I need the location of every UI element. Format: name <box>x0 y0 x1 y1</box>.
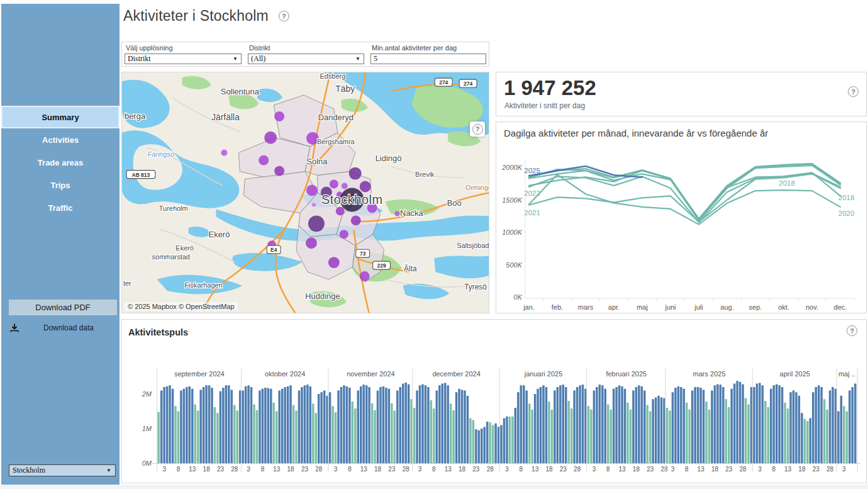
day-bar[interactable] <box>590 410 592 463</box>
day-bar[interactable] <box>756 384 758 464</box>
day-bar[interactable] <box>410 399 412 463</box>
day-bar[interactable] <box>166 386 168 463</box>
day-bar[interactable] <box>385 388 387 463</box>
day-bar[interactable] <box>810 419 811 464</box>
day-bar[interactable] <box>725 399 727 463</box>
day-bar[interactable] <box>475 429 477 463</box>
day-bar[interactable] <box>604 389 606 463</box>
stockholm-map[interactable]: 274274AB 813E473229 EdsbergSollentunaTäb… <box>122 72 489 313</box>
map-bubble[interactable] <box>360 181 371 193</box>
day-bar[interactable] <box>565 387 567 463</box>
day-bar[interactable] <box>674 388 676 463</box>
map-bubble[interactable] <box>395 211 400 216</box>
day-bar[interactable] <box>778 385 780 463</box>
day-bar[interactable] <box>315 413 317 463</box>
day-bar[interactable] <box>368 387 370 463</box>
day-bar[interactable] <box>472 420 474 463</box>
day-bar[interactable] <box>609 410 611 463</box>
day-bar[interactable] <box>498 427 499 463</box>
day-bar[interactable] <box>264 388 266 463</box>
kpi-help-icon[interactable]: ? <box>848 86 859 97</box>
day-bar[interactable] <box>733 384 735 464</box>
day-bar[interactable] <box>823 399 825 463</box>
day-bar[interactable] <box>427 387 429 463</box>
day-bar[interactable] <box>655 398 657 464</box>
day-bar[interactable] <box>404 383 406 463</box>
day-bar[interactable] <box>273 403 275 463</box>
map-bubble[interactable] <box>274 111 284 121</box>
day-bar[interactable] <box>767 407 769 463</box>
day-bar[interactable] <box>683 389 685 463</box>
day-bar[interactable] <box>739 382 741 463</box>
day-bar[interactable] <box>301 387 303 463</box>
map-help-button[interactable]: ? <box>470 121 485 137</box>
day-bar[interactable] <box>396 391 398 464</box>
day-bar[interactable] <box>576 387 578 463</box>
day-bar[interactable] <box>517 392 519 463</box>
day-bar[interactable] <box>253 405 255 464</box>
day-bar[interactable] <box>669 410 670 463</box>
day-bar[interactable] <box>582 385 584 463</box>
day-bar[interactable] <box>461 390 463 463</box>
day-bar[interactable] <box>573 391 575 464</box>
line-series-2023[interactable] <box>529 166 840 221</box>
day-bar[interactable] <box>357 391 359 464</box>
day-bar[interactable] <box>503 419 505 464</box>
day-bar[interactable] <box>270 389 272 463</box>
day-bar[interactable] <box>199 390 201 463</box>
day-bar[interactable] <box>214 407 216 463</box>
day-bar[interactable] <box>233 405 235 463</box>
sidebar-item-traffic[interactable]: Traffic <box>1 196 120 219</box>
line-series-2018[interactable] <box>529 171 840 220</box>
day-bar[interactable] <box>329 392 331 463</box>
day-bar[interactable] <box>584 389 586 463</box>
day-bar[interactable] <box>163 387 165 463</box>
day-bar[interactable] <box>694 387 696 463</box>
district-select[interactable]: (All) ▼ <box>248 53 364 64</box>
day-bar[interactable] <box>247 385 249 463</box>
day-bar[interactable] <box>225 385 227 463</box>
day-bar[interactable] <box>638 385 640 463</box>
day-bar[interactable] <box>641 386 643 463</box>
day-bar[interactable] <box>511 417 513 463</box>
day-bar[interactable] <box>632 391 634 464</box>
day-bar[interactable] <box>621 386 623 463</box>
day-bar[interactable] <box>228 385 230 463</box>
day-bar[interactable] <box>835 389 837 463</box>
day-bar[interactable] <box>534 394 536 463</box>
day-bar[interactable] <box>284 387 286 463</box>
day-bar[interactable] <box>365 385 367 463</box>
map-bubble[interactable] <box>351 215 361 225</box>
day-bar[interactable] <box>657 396 659 463</box>
day-bar[interactable] <box>306 385 308 463</box>
day-bar[interactable] <box>716 385 718 463</box>
day-bar[interactable] <box>250 387 252 463</box>
day-bar[interactable] <box>686 403 687 463</box>
day-bar[interactable] <box>391 403 392 463</box>
day-bar[interactable] <box>492 425 494 464</box>
day-bar[interactable] <box>699 388 701 463</box>
day-bar[interactable] <box>647 405 648 463</box>
day-bar[interactable] <box>371 403 373 463</box>
day-bar[interactable] <box>402 384 404 464</box>
day-bar[interactable] <box>607 405 609 464</box>
day-bar[interactable] <box>444 383 446 463</box>
day-bar[interactable] <box>531 410 533 463</box>
day-bar[interactable] <box>711 391 713 464</box>
day-bar[interactable] <box>663 398 665 463</box>
day-bar[interactable] <box>194 405 196 464</box>
day-bar[interactable] <box>379 387 381 463</box>
min-activities-input[interactable]: 5 <box>370 53 486 64</box>
day-bar[interactable] <box>728 407 730 463</box>
day-bar[interactable] <box>688 410 690 463</box>
map-bubble[interactable] <box>221 150 227 156</box>
day-bar[interactable] <box>481 429 482 463</box>
day-bar[interactable] <box>348 388 350 463</box>
day-bar[interactable] <box>730 389 732 463</box>
day-bar[interactable] <box>801 413 803 463</box>
day-bar[interactable] <box>520 385 522 463</box>
day-bar[interactable] <box>421 385 423 463</box>
day-bar[interactable] <box>691 391 693 464</box>
day-bar[interactable] <box>820 387 822 463</box>
day-bar[interactable] <box>331 406 333 463</box>
